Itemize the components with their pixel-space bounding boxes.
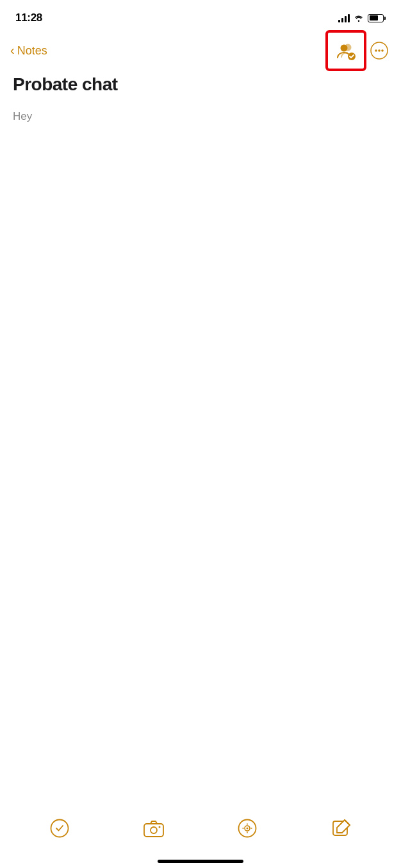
svg-point-7 (51, 820, 69, 837)
nav-bar: ‹ Notes (0, 32, 401, 69)
status-bar: 11:28 (0, 0, 401, 32)
note-content-section[interactable]: Hey (0, 97, 401, 136)
signal-bar-1 (338, 20, 340, 22)
svg-rect-8 (144, 824, 163, 837)
nav-actions (332, 37, 391, 65)
note-title: Probate chat (13, 74, 388, 95)
svg-point-9 (151, 827, 157, 833)
svg-point-5 (378, 49, 381, 52)
svg-point-10 (158, 826, 160, 828)
note-title-section: Probate chat (0, 69, 401, 97)
collab-button-wrapper (332, 37, 360, 65)
svg-point-4 (375, 49, 377, 52)
compose-button[interactable] (327, 814, 356, 842)
signal-bar-2 (341, 18, 343, 22)
back-label: Notes (17, 44, 47, 58)
signal-bar-3 (345, 16, 347, 22)
camera-icon (143, 819, 164, 837)
camera-button[interactable] (140, 814, 168, 842)
pen-icon (238, 819, 257, 838)
markup-button[interactable] (233, 814, 261, 842)
back-chevron-icon: ‹ (10, 43, 15, 58)
svg-point-13 (247, 828, 249, 830)
signal-bars-icon (338, 13, 350, 22)
collab-button[interactable] (332, 37, 360, 65)
svg-point-1 (341, 45, 348, 52)
wifi-icon (354, 14, 364, 22)
more-button[interactable] (368, 39, 391, 62)
svg-point-6 (381, 49, 384, 52)
note-body: Hey (13, 110, 388, 123)
status-icons (338, 13, 386, 22)
checklist-icon (50, 819, 69, 838)
signal-bar-4 (348, 14, 350, 22)
checklist-button[interactable] (45, 814, 74, 842)
battery-icon (368, 14, 386, 22)
compose-icon (332, 819, 351, 838)
back-button[interactable]: ‹ Notes (10, 44, 47, 58)
home-indicator (158, 860, 243, 863)
collab-icon (334, 39, 357, 62)
bottom-toolbar (0, 808, 401, 849)
more-icon (370, 42, 388, 60)
status-time: 11:28 (15, 12, 42, 24)
